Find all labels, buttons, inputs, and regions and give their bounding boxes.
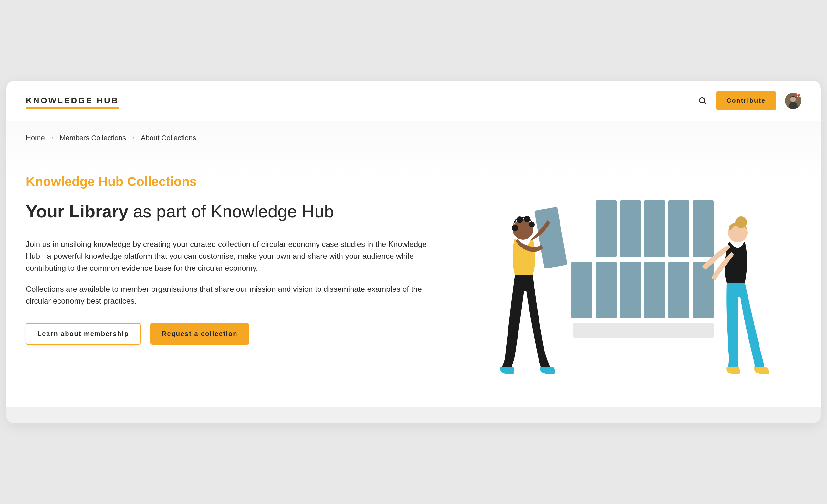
svg-rect-6 (644, 200, 665, 257)
svg-rect-16 (534, 207, 568, 269)
svg-rect-8 (693, 200, 714, 257)
svg-point-0 (699, 98, 704, 103)
svg-rect-14 (693, 262, 714, 318)
svg-rect-13 (668, 262, 689, 318)
heading-bold: Your Library (26, 202, 128, 221)
svg-rect-12 (644, 262, 665, 318)
svg-rect-15 (573, 323, 714, 338)
svg-line-1 (704, 102, 706, 104)
header-actions: Contribute (698, 91, 801, 110)
svg-point-19 (517, 216, 523, 223)
svg-rect-10 (596, 262, 617, 318)
svg-rect-7 (668, 200, 689, 257)
footer-spacer (6, 407, 821, 423)
header: KNOWLEDGE HUB Contribute (6, 81, 821, 121)
logo[interactable]: KNOWLEDGE HUB (26, 96, 118, 106)
svg-rect-5 (620, 200, 641, 257)
request-collection-button[interactable]: Request a collection (150, 323, 249, 345)
cta-row: Learn about membership Request a collect… (26, 323, 429, 345)
hero-row: Knowledge Hub Collections Your Library a… (26, 174, 801, 381)
hero-paragraph-1: Join us in unsiloing knowledge by creati… (26, 238, 429, 274)
search-icon[interactable] (698, 96, 707, 105)
svg-point-21 (529, 221, 535, 228)
svg-point-18 (512, 224, 518, 231)
app-window: KNOWLEDGE HUB Contribute (6, 81, 821, 423)
svg-rect-4 (596, 200, 617, 257)
svg-rect-9 (572, 262, 592, 318)
heading-rest: as part of Knowledge Hub (128, 202, 334, 221)
contribute-button[interactable]: Contribute (716, 91, 776, 110)
breadcrumb-members[interactable]: Members Collections (60, 134, 126, 142)
hero-text: Knowledge Hub Collections Your Library a… (26, 174, 429, 345)
page-title: Your Library as part of Knowledge Hub (26, 201, 429, 222)
chevron-right-icon (50, 135, 55, 142)
hero-illustration (455, 174, 801, 381)
hero-paragraph-2: Collections are available to member orga… (26, 283, 429, 307)
breadcrumb-home[interactable]: Home (26, 134, 45, 142)
breadcrumb-current: About Collections (141, 134, 196, 142)
breadcrumb: Home Members Collections About Collectio… (26, 134, 801, 142)
logo-text: KNOWLEDGE HUB (26, 96, 118, 109)
main-content: Home Members Collections About Collectio… (6, 121, 821, 407)
chevron-right-icon (131, 135, 136, 142)
svg-rect-11 (620, 262, 641, 318)
notification-dot-icon (797, 93, 800, 97)
svg-point-20 (524, 216, 530, 222)
learn-membership-button[interactable]: Learn about membership (26, 323, 141, 345)
avatar[interactable] (785, 93, 801, 109)
eyebrow: Knowledge Hub Collections (26, 174, 429, 189)
